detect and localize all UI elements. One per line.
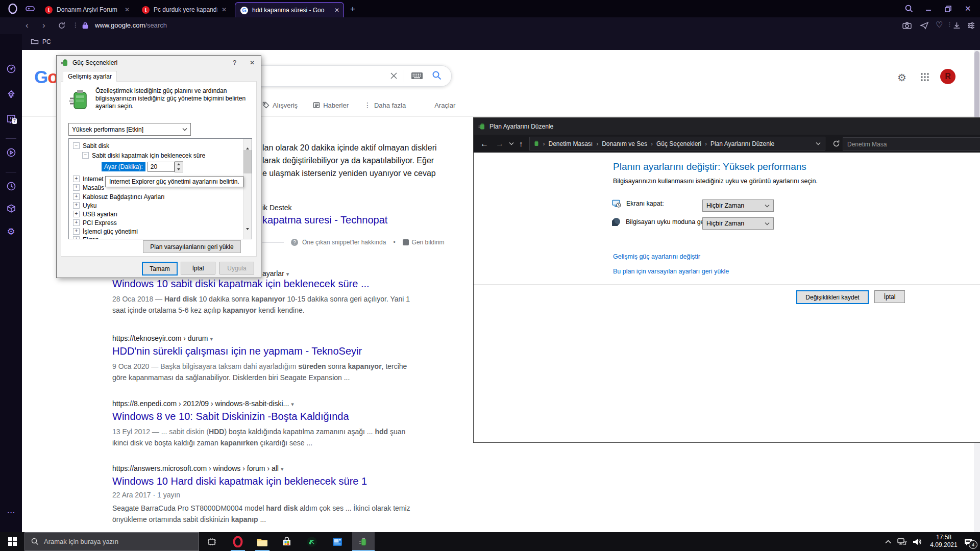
taskbar-clock[interactable]: 17:58 4.09.2021	[926, 534, 962, 549]
setting-label-selected[interactable]: Ayar (Dakika):	[102, 162, 145, 171]
expand-icon[interactable]: +	[73, 236, 80, 239]
expand-icon[interactable]: +	[73, 228, 80, 235]
scrollbar-thumb[interactable]	[974, 51, 979, 122]
back-icon[interactable]: ←	[480, 139, 488, 148]
crumb-donanim-ve-ses[interactable]: Donanım ve Ses	[602, 140, 647, 147]
restore-plan-defaults-button[interactable]: Plan varsayılanlarını geri yükle	[143, 240, 241, 253]
history-clock-icon[interactable]	[0, 181, 22, 191]
result-url[interactable]: https://8.enpedi.com › 2012/09 › windows…	[112, 399, 449, 408]
dialog-help-button[interactable]: ?	[233, 59, 236, 66]
about-snippets-link[interactable]: Öne çıkan snippet'ler hakkında	[302, 239, 386, 246]
easy-setup-sliders-icon[interactable]	[967, 21, 975, 30]
forward-icon[interactable]: ›	[42, 20, 45, 31]
tree-scrollbar-thumb[interactable]	[243, 150, 252, 173]
crumb-guc-secenekleri[interactable]: Güç Seçenekleri	[656, 140, 701, 147]
result-dropdown-icon[interactable]: ▾	[210, 336, 213, 342]
browser-search-icon[interactable]	[904, 0, 914, 17]
green-app-icon[interactable]	[301, 532, 323, 551]
tree-item-kablosuz[interactable]: + Kablosuz Bağdaştırıcı Ayarları	[69, 192, 252, 201]
tree-item-bekleme-suresi[interactable]: − Sabit diski kapatmak için beklenecek s…	[69, 151, 252, 160]
restore-icon[interactable]	[944, 0, 952, 17]
gx-corner-icon[interactable]	[25, 4, 35, 13]
flow-paperplane-icon[interactable]	[920, 21, 929, 30]
url-text[interactable]: www.google.com/search	[95, 21, 167, 29]
up-icon[interactable]: ↑	[519, 139, 523, 148]
forward-icon[interactable]: →	[496, 139, 504, 148]
spin-down-icon[interactable]	[175, 167, 183, 172]
tab-close-icon[interactable]: ✕	[334, 7, 339, 14]
nav-shopping[interactable]: Alışveriş	[262, 102, 298, 109]
tree-item-islemci[interactable]: + İşlemci güç yönetimi	[69, 227, 252, 236]
power-options-taskbar-icon[interactable]	[352, 532, 375, 551]
result-title-link[interactable]: HDD'nin sürekli çalışması için ne yapmam…	[112, 345, 449, 357]
expand-icon[interactable]: +	[73, 184, 80, 191]
result-dropdown-icon[interactable]: ▾	[291, 401, 294, 407]
expand-icon[interactable]: +	[73, 193, 80, 200]
result-dropdown-icon[interactable]: ▾	[281, 466, 284, 472]
tree-setting-row[interactable]: Ayar (Dakika): 20	[69, 161, 252, 172]
crumb-plan-ayarlari[interactable]: Plan Ayarlarını Düzenle	[710, 140, 774, 147]
file-explorer-icon[interactable]	[251, 532, 274, 551]
tab-hdd-kapanma-active[interactable]: G hdd kapanma süresi - Goo ✕	[235, 2, 344, 18]
apps-grid-icon[interactable]	[920, 72, 929, 82]
result-breadcrumb-fragment[interactable]: ayarlar ▾	[262, 269, 289, 278]
snippet-result-title[interactable]: kapatma suresi - Technopat	[262, 214, 387, 226]
result-title-link[interactable]: Windows 8 ve 10: Sabit Diskinizin -Boşta…	[112, 411, 449, 422]
collapse-icon[interactable]: −	[73, 142, 80, 149]
task-view-button[interactable]	[201, 532, 223, 551]
display-off-dropdown[interactable]: Hiçbir Zaman	[702, 199, 774, 212]
expand-icon[interactable]: +	[73, 211, 80, 217]
tab-pc-durduk[interactable]: t Pc durduk yere kapandı | D ✕	[137, 2, 231, 17]
taskbar-search-box[interactable]: Aramak için buraya yazın	[24, 532, 199, 551]
result-url[interactable]: https://answers.microsoft.com › windows …	[112, 464, 449, 472]
bookmark-heart-icon[interactable]: ♡	[936, 20, 943, 30]
cancel-button[interactable]: İptal	[874, 290, 905, 303]
gx-control-gauge-icon[interactable]	[0, 64, 22, 74]
collapse-icon[interactable]: −	[82, 152, 89, 159]
reload-icon[interactable]	[58, 21, 66, 30]
start-button[interactable]	[1, 532, 23, 551]
keyboard-icon[interactable]	[411, 71, 423, 80]
breadcrumb-bar[interactable]: › Denetim Masası › Donanım ve Ses › Güç …	[529, 137, 825, 151]
dialog-close-button[interactable]: ✕	[250, 59, 255, 66]
expand-icon[interactable]: +	[73, 219, 80, 226]
opera-taskbar-icon[interactable]	[227, 532, 249, 551]
clear-search-icon[interactable]	[389, 71, 398, 80]
search-magnifier-icon[interactable]	[432, 70, 442, 81]
plan-combobox[interactable]: Yüksek performans [Etkin]	[68, 123, 191, 136]
snapshot-camera-icon[interactable]	[902, 21, 912, 30]
explorer-search-box[interactable]: Denetim Masa	[843, 137, 980, 151]
tab-close-icon[interactable]: ✕	[222, 6, 227, 13]
result-url[interactable]: https://teknoseyir.com › durum ▾	[112, 334, 449, 342]
restore-defaults-link[interactable]: Bu plan için varsayılan ayarları geri yü…	[613, 268, 729, 275]
apply-button[interactable]: Uygula	[219, 262, 254, 274]
result-title-link[interactable]: Windows 10 sabit diski kapatmak için bek…	[112, 278, 449, 290]
tab-donanim-arsivi[interactable]: t Donanım Arşivi Forum ✕	[40, 2, 134, 17]
address-dropdown-icon[interactable]	[816, 142, 821, 145]
back-icon[interactable]: ‹	[26, 20, 29, 31]
tree-item-uyku[interactable]: + Uyku	[69, 201, 252, 210]
themes-brush-icon[interactable]	[0, 89, 22, 99]
advanced-power-settings-link[interactable]: Gelişmiş güç ayarlarını değiştir	[613, 253, 700, 260]
extensions-cube-icon[interactable]	[0, 204, 22, 214]
spinner-buttons[interactable]	[175, 161, 183, 172]
expand-icon[interactable]: +	[73, 176, 80, 182]
tab-gelismis-ayarlar[interactable]: Gelişmiş ayarlar	[63, 71, 117, 82]
tree-item-usb[interactable]: + USB ayarları	[69, 210, 252, 218]
nav-tools[interactable]: Araçlar	[434, 102, 455, 109]
expand-icon[interactable]: +	[73, 202, 80, 209]
minimize-icon[interactable]	[925, 0, 932, 17]
sleep-dropdown[interactable]: Hiçbir Zaman	[702, 217, 774, 230]
scroll-down-icon[interactable]	[246, 230, 249, 237]
settings-gear-icon[interactable]: ⚙	[897, 71, 906, 84]
history-chevron-icon[interactable]	[509, 142, 514, 145]
volume-icon[interactable]	[913, 532, 922, 551]
tab-close-icon[interactable]: ✕	[125, 6, 130, 13]
scroll-up-icon[interactable]	[246, 140, 249, 147]
result-title-link[interactable]: Windows 10 Hard diski kapatmak için bekl…	[112, 475, 449, 487]
network-icon[interactable]	[897, 532, 908, 551]
profile-avatar[interactable]: R	[940, 69, 955, 84]
action-center-icon[interactable]: 4	[964, 532, 973, 551]
search-box[interactable]	[232, 65, 452, 87]
nav-news[interactable]: Haberler	[313, 102, 349, 109]
